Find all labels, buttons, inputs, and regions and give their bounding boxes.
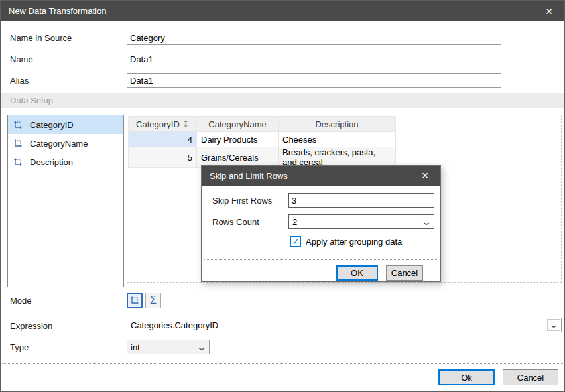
close-icon[interactable]: ✕ xyxy=(418,168,432,183)
grid-header-description[interactable]: Description xyxy=(279,117,396,132)
list-item-label: Description xyxy=(30,157,73,167)
expression-label: Expression xyxy=(10,321,52,331)
chevron-down-icon: ⌄ xyxy=(548,321,559,328)
ok-button[interactable]: Ok xyxy=(438,369,495,385)
rows-count-label: Rows Count xyxy=(212,217,259,227)
data-preview-grid: CategoryID↧ CategoryName Description 4 D… xyxy=(128,116,396,168)
rows-count-value: 2 xyxy=(289,217,422,227)
skip-first-rows-input[interactable] xyxy=(288,193,434,208)
dimension-icon xyxy=(13,119,23,130)
type-label: Type xyxy=(10,342,29,352)
sort-descending-icon[interactable]: ↧ xyxy=(182,120,189,129)
name-in-source-input[interactable] xyxy=(127,31,501,45)
name-in-source-label: Name in Source xyxy=(10,33,72,43)
type-value: int xyxy=(127,342,198,352)
window-title: New Data Transformation xyxy=(9,6,542,16)
close-icon[interactable]: ✕ xyxy=(542,4,556,19)
alias-input[interactable] xyxy=(127,73,501,88)
dimension-icon xyxy=(129,295,140,306)
cancel-button[interactable]: Cancel xyxy=(503,369,558,385)
modal-title: Skip and Limit Rows xyxy=(210,171,418,181)
modal-separator xyxy=(204,259,438,260)
skip-first-rows-label: Skip First Rows xyxy=(212,196,272,206)
list-item-label: CategoryName xyxy=(30,139,88,149)
data-setup-label: Data Setup xyxy=(10,96,53,105)
expression-combobox[interactable]: Categories.CategoryID ⌄ xyxy=(127,318,562,332)
mode-sum-button[interactable]: Σ xyxy=(145,293,161,308)
type-combobox[interactable]: int ⌄ xyxy=(127,340,210,354)
expression-value: Categories.CategoryID xyxy=(127,320,546,330)
grid-header-categoryname[interactable]: CategoryName xyxy=(197,117,279,132)
list-item-categoryid[interactable]: CategoryID xyxy=(8,115,123,134)
grid-header-row: CategoryID↧ CategoryName Description xyxy=(129,117,396,132)
dimension-icon xyxy=(13,157,23,167)
field-list: CategoryID CategoryName xyxy=(7,115,124,287)
new-data-transformation-dialog: New Data Transformation ✕ Name in Source… xyxy=(0,0,565,392)
list-item-categoryname[interactable]: CategoryName xyxy=(8,134,123,153)
grid-cell: 5 xyxy=(129,147,197,168)
alias-label: Alias xyxy=(10,76,29,86)
check-icon: ✓ xyxy=(292,237,300,247)
apply-after-grouping-label: Apply after grouping data xyxy=(306,237,402,247)
list-item-label: CategoryID xyxy=(30,120,74,130)
titlebar: New Data Transformation ✕ xyxy=(1,1,564,21)
grid-header-categoryid[interactable]: CategoryID↧ xyxy=(129,117,197,132)
sigma-icon: Σ xyxy=(150,295,157,306)
grid-row: 4 Dairy Products Cheeses xyxy=(129,132,396,147)
list-item-description[interactable]: Description xyxy=(8,153,123,171)
data-setup-section-header: Data Setup xyxy=(1,93,564,108)
dimension-icon xyxy=(13,138,23,149)
grid-cell: Grains/Cereals xyxy=(197,147,279,168)
grid-cell: Dairy Products xyxy=(197,132,279,147)
grid-cell: Cheeses xyxy=(279,132,396,147)
chevron-down-icon: ⌄ xyxy=(196,344,207,350)
grid-row: 5 Grains/Cereals Breads, crackers, pasta… xyxy=(129,147,396,168)
apply-after-grouping-checkbox[interactable]: ✓ xyxy=(290,236,301,247)
modal-cancel-button[interactable]: Cancel xyxy=(386,265,423,281)
expression-dropdown-button[interactable]: ⌄ xyxy=(547,319,560,331)
skip-and-limit-rows-dialog: Skip and Limit Rows ✕ Skip First Rows Ro… xyxy=(201,165,441,282)
mode-label: Mode xyxy=(10,296,32,306)
footer-separator xyxy=(2,363,563,364)
mode-dimension-button[interactable] xyxy=(127,293,143,308)
grid-cell: 4 xyxy=(129,132,197,147)
rows-count-combobox[interactable]: 2 ⌄ xyxy=(288,214,434,229)
name-label: Name xyxy=(10,54,33,64)
modal-titlebar: Skip and Limit Rows ✕ xyxy=(202,166,440,186)
grid-cell: Breads, crackers, pasta, and cereal xyxy=(279,147,396,168)
modal-ok-button[interactable]: OK xyxy=(336,265,378,281)
chevron-down-icon: ⌄ xyxy=(421,218,432,225)
name-input[interactable] xyxy=(127,52,501,66)
